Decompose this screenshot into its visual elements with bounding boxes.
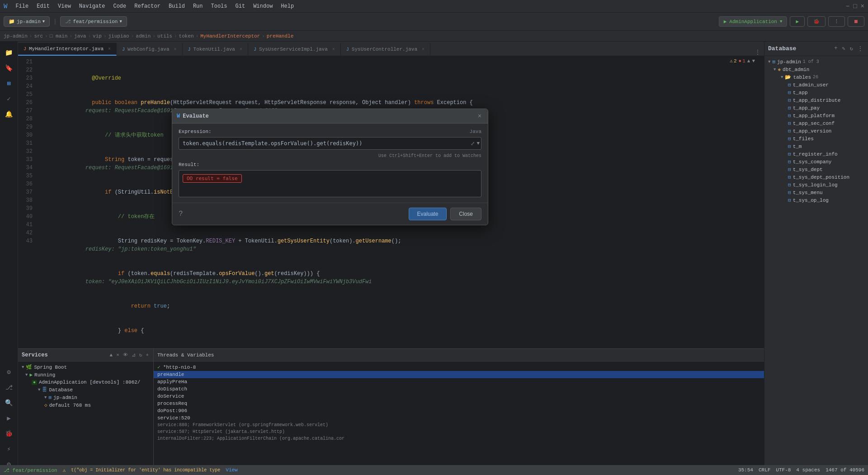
db-item-tables[interactable]: ▼ 📂 tables 26	[764, 73, 868, 81]
sidebar-notifications-icon[interactable]: 🔔	[2, 107, 16, 121]
tab-close-myhandler[interactable]: ×	[108, 47, 111, 52]
db-item-dbtadmin[interactable]: ▼ ◈ dbt_admin	[764, 66, 868, 73]
db-item-tadminuser[interactable]: ⊟ t_admin_user	[764, 81, 868, 89]
expression-input[interactable]	[179, 137, 481, 150]
breadcrumb-token[interactable]: token	[179, 33, 194, 39]
breadcrumb-jiupiao[interactable]: jiupiao	[108, 33, 129, 39]
tab-more-icon[interactable]: ⋮	[755, 49, 760, 56]
db-item-tappdistribute[interactable]: ⊟ t_app_distribute	[764, 96, 868, 104]
sidebar-search-icon[interactable]: 🔍	[2, 395, 16, 410]
svc-add-icon[interactable]: +	[145, 352, 150, 359]
db-item-tsyscompany[interactable]: ⊟ t_sys_company	[764, 158, 868, 166]
tree-jpadmin[interactable]: ▼ ⊞ jp-admin	[18, 394, 153, 401]
db-item-tappplatform[interactable]: ⊟ t_app_platform	[764, 112, 868, 119]
svc-refresh-icon[interactable]: ↻	[138, 351, 143, 359]
menu-window[interactable]: Window	[250, 2, 276, 10]
menu-tools[interactable]: Tools	[208, 2, 231, 10]
tree-springboot[interactable]: ▼ 🌿 Spring Boot	[18, 363, 153, 371]
svc-eye-icon[interactable]: 👁	[122, 351, 129, 359]
svc-filter-icon[interactable]: ⊿	[131, 351, 137, 359]
db-item-tfiles[interactable]: ⊟ t_files	[764, 135, 868, 142]
db-item-tapp[interactable]: ⊟ t_app	[764, 89, 868, 96]
thread-internaldofilter[interactable]: internalDoFilter:223; ApplicationFilterC…	[154, 435, 764, 442]
menu-build[interactable]: Build	[165, 2, 189, 10]
breadcrumb-class[interactable]: MyHandlerInterceptor	[200, 33, 260, 39]
stop-button[interactable]: ⏹	[848, 16, 864, 27]
menu-file[interactable]: File	[12, 2, 32, 10]
thread-processreq[interactable]: processReq	[154, 400, 764, 407]
db-item-tapppay[interactable]: ⊟ t_app_pay	[764, 104, 868, 112]
tree-default[interactable]: ◇ default 768 ms	[18, 401, 153, 409]
breadcrumb-method[interactable]: preHandle	[267, 33, 293, 39]
db-item-tsysdept[interactable]: ⊟ t_sys_dept	[764, 166, 868, 173]
tab-sysusercontroller[interactable]: J SysUserController.java ×	[341, 43, 430, 56]
thread-applypreha[interactable]: applyPreHa	[154, 378, 764, 385]
db-item-tsysmenu[interactable]: ⊟ t_sys_menu	[764, 189, 868, 196]
db-item-tsysdeptposition[interactable]: ⊟ t_sys_dept_position	[764, 173, 868, 181]
tab-myhandlerinterceptor[interactable]: J MyHandlerInterceptor.java ×	[18, 43, 117, 56]
dialog-close-button[interactable]: ×	[476, 113, 483, 120]
tree-running[interactable]: ▼ ▶ Running	[18, 371, 153, 379]
debug-nav-down[interactable]: ▼	[752, 58, 755, 64]
run-button[interactable]: ▶	[790, 16, 805, 27]
thread-prehandle[interactable]: preHandle	[154, 371, 764, 378]
db-item-tsysloginlog[interactable]: ⊟ t_sys_login_log	[764, 181, 868, 189]
db-refresh-btn[interactable]: ↻	[849, 44, 854, 53]
db-item-tregisterinfo[interactable]: ⊟ t_register_info	[764, 150, 868, 158]
window-maximize[interactable]: □	[853, 3, 857, 10]
thread-service520[interactable]: service:520	[154, 414, 764, 422]
db-add-btn[interactable]: +	[833, 44, 839, 53]
breadcrumb-vip[interactable]: vip	[93, 33, 102, 39]
thread-doservice[interactable]: doService	[154, 393, 764, 400]
db-tree[interactable]: ▼ ⊞ jp-admin 1 of 3 ▼ ◈ dbt_admin ▼ 📂 ta…	[764, 56, 868, 475]
sidebar-todo-icon[interactable]: ✓	[2, 91, 16, 106]
sidebar-project-icon[interactable]: 📁	[2, 45, 16, 60]
db-item-jpadmin[interactable]: ▼ ⊞ jp-admin 1 of 3	[764, 58, 868, 66]
dialog-close-btn-footer[interactable]: Close	[450, 208, 481, 220]
menu-refactor[interactable]: Refactor	[131, 2, 164, 10]
threads-content[interactable]: ✓ *http-nio-8 preHandle applyPreHa doDis…	[154, 361, 764, 465]
menu-code[interactable]: Code	[109, 2, 130, 10]
expand-expr-icon[interactable]: ⤢	[471, 141, 475, 147]
window-close[interactable]: ×	[861, 3, 864, 10]
status-view-link[interactable]: View	[226, 467, 237, 473]
menu-view[interactable]: View	[54, 2, 75, 10]
menu-git[interactable]: Git	[232, 2, 249, 10]
db-item-tm[interactable]: ⊟ t_m	[764, 142, 868, 150]
sidebar-git-icon[interactable]: ⎇	[2, 380, 16, 394]
sidebar-bookmarks-icon[interactable]: 🔖	[2, 61, 16, 75]
thread-dodispatch[interactable]: doDispatch	[154, 385, 764, 393]
breadcrumb-main[interactable]: □ main	[50, 33, 68, 39]
tab-close-sysusercontroller[interactable]: ×	[422, 47, 425, 52]
breadcrumb-src[interactable]: src	[34, 33, 43, 39]
db-item-tappsecconf[interactable]: ⊟ t_app_sec_conf	[764, 119, 868, 127]
more-button[interactable]: ⋮	[828, 16, 845, 27]
breadcrumb-admin[interactable]: admin	[136, 33, 151, 39]
menu-run[interactable]: Run	[189, 2, 207, 10]
window-minimize[interactable]: −	[846, 3, 849, 10]
thread-service880[interactable]: service:880; FrameworkServlet (org.sprin…	[154, 422, 764, 428]
tab-sysuserserviceimpl[interactable]: J SysUserServiceImpl.java ×	[248, 43, 341, 56]
tree-adminapp[interactable]: ● AdminApplication [devtools] :8062/	[18, 379, 153, 386]
debug-nav-up[interactable]: ▲	[747, 58, 750, 64]
debug-button[interactable]: 🐞	[807, 16, 826, 27]
evaluate-button[interactable]: Evaluate	[409, 208, 447, 220]
tab-close-webconfig[interactable]: ×	[174, 47, 177, 52]
menu-navigate[interactable]: Navigate	[75, 2, 109, 10]
sidebar-plugins-icon[interactable]: ⚙	[2, 365, 16, 379]
tab-webconfig[interactable]: J WebConfig.java ×	[117, 43, 182, 56]
project-selector[interactable]: 📁 jp-admin ▼	[4, 16, 50, 27]
tab-close-tokenutil[interactable]: ×	[240, 47, 242, 52]
admin-app-selector[interactable]: ▶ AdminApplication ▼	[719, 16, 788, 27]
sidebar-services-icon[interactable]: ⚡	[2, 442, 16, 456]
db-item-tappversion[interactable]: ⊟ t_app_version	[764, 127, 868, 135]
svc-expand-all[interactable]: ▲	[109, 352, 114, 359]
thread-http-nio[interactable]: ✓ *http-nio-8	[154, 363, 764, 371]
db-more-btn[interactable]: ⋮	[856, 44, 864, 53]
tree-database[interactable]: ▼ 🗄 Database	[18, 386, 153, 394]
menu-help[interactable]: Help	[277, 2, 297, 10]
db-edit-btn[interactable]: ✎	[841, 44, 847, 53]
sidebar-structure-icon[interactable]: ⊞	[2, 76, 16, 90]
breadcrumb-utils[interactable]: utils	[157, 33, 172, 39]
thread-service587[interactable]: service:587; HttpServlet (jakarta.servle…	[154, 428, 764, 435]
